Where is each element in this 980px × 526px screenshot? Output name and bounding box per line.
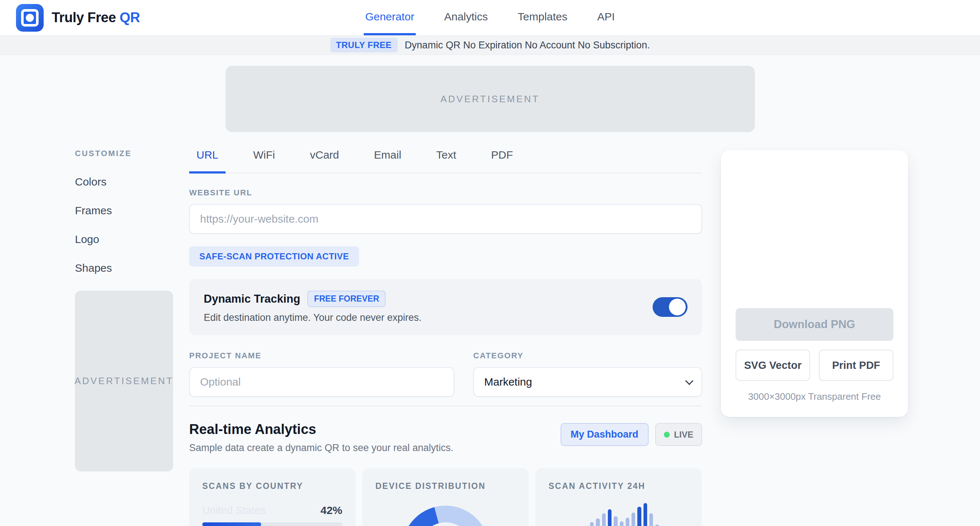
device-distribution-card: DEVICE DISTRIBUTION 88% Mobile (362, 468, 528, 526)
app-header: Truly Free QR Generator Analytics Templa… (0, 0, 980, 35)
dynamic-tracking-title: Dynamic Tracking (204, 292, 300, 305)
qr-preview-area (735, 165, 893, 308)
live-dot-icon (664, 432, 670, 438)
qr-logo-dot (26, 14, 34, 22)
sidebar-item-frames[interactable]: Frames (75, 205, 173, 217)
nav-item-api[interactable]: API (596, 0, 616, 35)
customize-sidebar: CUSTOMIZE Colors Frames Logo Shapes ADVE… (75, 149, 173, 526)
country-bar-track (202, 522, 342, 526)
qr-logo-icon (16, 4, 44, 32)
website-url-input[interactable] (189, 204, 702, 234)
analytics-heading-group: Real-time Analytics Sample data create a… (189, 422, 453, 454)
nav-item-templates[interactable]: Templates (516, 0, 569, 35)
brand-title-primary: Truly Free (52, 10, 116, 25)
project-name-label: PROJECT NAME (189, 351, 454, 361)
chevron-down-icon (685, 377, 694, 385)
free-forever-badge: FREE FOREVER (307, 291, 386, 307)
scan-activity-heading: SCAN ACTIVITY 24H (549, 481, 689, 491)
sidebar-item-shapes[interactable]: Shapes (75, 262, 173, 274)
brand-title: Truly Free QR (52, 10, 140, 25)
category-label: CATEGORY (473, 351, 702, 361)
top-advertisement: ADVERTISEMENT (226, 66, 755, 132)
section-divider (189, 405, 702, 406)
analytics-subtitle: Sample data create a dynamic QR to see y… (189, 442, 453, 454)
qr-preview-card: Download PNG SVG Vector Print PDF 3000×3… (721, 150, 908, 417)
secondary-download-row: SVG Vector Print PDF (735, 350, 893, 381)
scans-by-country-card: SCANS BY COUNTRY United States 42% Germa… (189, 468, 355, 526)
project-name-field: PROJECT NAME (189, 351, 454, 397)
toggle-knob (669, 299, 686, 315)
qr-logo-ring (21, 9, 38, 27)
promo-banner-text: Dynamic QR No Expiration No Account No S… (405, 40, 650, 51)
generator-panel: URL WiFi vCard Email Text PDF WEBSITE UR… (189, 149, 702, 526)
analytics-actions: My Dashboard LIVE (561, 423, 702, 446)
main-nav: Generator Analytics Templates API (364, 0, 616, 35)
scans-by-country-heading: SCANS BY COUNTRY (202, 481, 342, 491)
live-badge: LIVE (655, 423, 702, 446)
sidebar-item-logo[interactable]: Logo (75, 233, 173, 246)
download-caption: 3000×3000px Transparent Free (735, 391, 893, 402)
activity-bar (637, 507, 641, 526)
category-selected-value: Marketing (484, 376, 532, 388)
donut-center: 88% Mobile (419, 522, 473, 526)
analytics-header: Real-time Analytics Sample data create a… (189, 422, 702, 454)
activity-bar (590, 522, 594, 526)
donut-chart-wrap: 88% Mobile (375, 505, 515, 526)
country-percent: 42% (320, 504, 342, 516)
activity-bar (644, 503, 647, 526)
customize-heading: CUSTOMIZE (75, 149, 173, 158)
activity-bar (596, 518, 600, 526)
brand[interactable]: Truly Free QR (16, 0, 140, 35)
dynamic-tracking-toggle[interactable] (652, 297, 687, 317)
safe-scan-badge: SAFE-SCAN PROTECTION ACTIVE (189, 246, 359, 267)
sidebar-item-colors[interactable]: Colors (75, 176, 173, 188)
tab-url[interactable]: URL (189, 149, 226, 173)
website-url-label: WEBSITE URL (189, 188, 702, 197)
tab-pdf[interactable]: PDF (484, 149, 520, 173)
category-field: CATEGORY Marketing (473, 351, 702, 397)
nav-item-generator[interactable]: Generator (364, 0, 416, 35)
dynamic-tracking-description: Edit destination anytime. Your code neve… (204, 312, 422, 323)
truly-free-badge: TRULY FREE (330, 38, 398, 52)
category-select[interactable]: Marketing (473, 367, 702, 397)
my-dashboard-button[interactable]: My Dashboard (561, 423, 649, 446)
activity-bar (626, 518, 629, 526)
print-pdf-button[interactable]: Print PDF (819, 350, 893, 381)
svg-vector-button[interactable]: SVG Vector (735, 350, 810, 381)
country-bar-fill (202, 522, 261, 526)
tab-vcard[interactable]: vCard (303, 149, 346, 173)
analytics-cards: SCANS BY COUNTRY United States 42% Germa… (189, 468, 702, 526)
activity-bar (608, 509, 611, 526)
activity-bar (632, 513, 635, 526)
activity-bar (602, 513, 606, 526)
qr-type-tabs: URL WiFi vCard Email Text PDF (189, 149, 702, 173)
promo-banner: TRULY FREE Dynamic QR No Expiration No A… (0, 35, 980, 55)
country-name: United States (202, 505, 266, 516)
scan-activity-card: SCAN ACTIVITY 24H 00:00 12:00 23:59 (536, 468, 702, 526)
activity-bar (655, 524, 659, 526)
project-name-input[interactable] (189, 367, 454, 397)
device-donut-chart: 88% Mobile (402, 505, 489, 526)
brand-title-accent: QR (120, 10, 140, 25)
download-panel: Download PNG SVG Vector Print PDF 3000×3… (721, 150, 908, 526)
download-png-button[interactable]: Download PNG (735, 308, 893, 341)
side-advertisement: ADVERTISEMENT (75, 291, 173, 472)
activity-bar (620, 521, 624, 526)
tab-wifi[interactable]: WiFi (246, 149, 282, 173)
nav-item-analytics[interactable]: Analytics (443, 0, 489, 35)
device-distribution-heading: DEVICE DISTRIBUTION (375, 481, 515, 491)
live-badge-label: LIVE (674, 430, 694, 440)
activity-bar (614, 516, 617, 526)
project-form-row: PROJECT NAME CATEGORY Marketing (189, 351, 702, 397)
tab-text[interactable]: Text (429, 149, 463, 173)
dynamic-tracking-info: Dynamic Tracking FREE FOREVER Edit desti… (204, 291, 422, 323)
scan-activity-bars (549, 499, 689, 526)
top-advertisement-label: ADVERTISEMENT (441, 94, 540, 105)
activity-bar (649, 513, 653, 526)
country-row-us: United States 42% (202, 504, 342, 526)
analytics-title: Real-time Analytics (189, 422, 453, 437)
content-columns: CUSTOMIZE Colors Frames Logo Shapes ADVE… (0, 149, 980, 526)
tab-email[interactable]: Email (367, 149, 409, 173)
dynamic-tracking-card: Dynamic Tracking FREE FOREVER Edit desti… (189, 279, 702, 335)
side-advertisement-label: ADVERTISEMENT (75, 375, 174, 387)
